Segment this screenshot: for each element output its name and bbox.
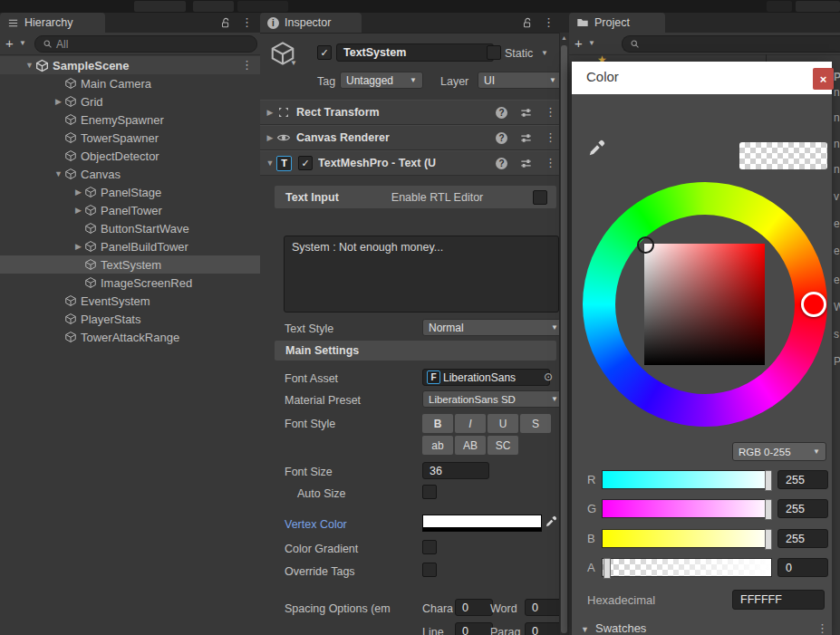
eyedropper-icon[interactable] xyxy=(587,138,607,158)
component-menu-icon[interactable]: ⋮ xyxy=(545,105,556,120)
hierarchy-search-input[interactable]: All xyxy=(34,35,257,53)
hierarchy-item-playerstats[interactable]: PlayerStats xyxy=(0,310,260,328)
expand-arrow-icon[interactable]: ▼ xyxy=(53,169,64,178)
toolbar-button-fragment[interactable] xyxy=(193,1,234,12)
toolbar-button-fragment[interactable] xyxy=(134,1,186,12)
component-rect-transform[interactable]: ▶ Rect Transform ? ⋮ xyxy=(260,100,569,125)
inspector-scrollbar[interactable]: ▲ xyxy=(559,33,569,635)
tag-dropdown[interactable]: Untagged▼ xyxy=(340,72,423,89)
object-picker-icon[interactable]: ⊙ xyxy=(544,370,553,383)
component-menu-icon[interactable]: ⋮ xyxy=(545,156,556,170)
alpha-slider[interactable] xyxy=(602,558,772,577)
red-value-field[interactable]: 255 xyxy=(777,470,828,489)
presets-icon[interactable] xyxy=(519,157,533,170)
hierarchy-item-paneltower[interactable]: ▶PanelTower xyxy=(0,201,260,219)
hue-selector[interactable] xyxy=(801,292,826,317)
color-gradient-checkbox[interactable] xyxy=(422,540,437,554)
hierarchy-item-panelbuildtower[interactable]: ▶PanelBuildTower xyxy=(0,237,260,255)
color-window-titlebar[interactable]: Color × xyxy=(572,62,832,94)
help-icon[interactable]: ? xyxy=(496,158,507,169)
slider-handle[interactable] xyxy=(765,499,772,520)
underline-button[interactable]: U xyxy=(488,414,518,433)
active-checkbox[interactable]: ✓ xyxy=(317,45,332,60)
panel-menu-icon[interactable]: ⋮ xyxy=(241,15,253,30)
vertex-color-swatch[interactable] xyxy=(422,515,542,532)
fold-arrow-icon[interactable]: ▶ xyxy=(264,133,276,142)
hierarchy-item-main-camera[interactable]: Main Camera xyxy=(0,74,260,92)
lowercase-button[interactable]: ab xyxy=(422,436,453,455)
hierarchy-item-grid[interactable]: ▶Grid xyxy=(0,92,260,111)
red-slider[interactable] xyxy=(602,470,772,489)
toolbar-button-fragment[interactable] xyxy=(767,1,792,12)
fold-arrow-icon[interactable]: ▼ xyxy=(264,159,276,168)
toolbar-button-fragment[interactable] xyxy=(237,1,288,12)
lock-icon[interactable] xyxy=(521,16,534,29)
panel-menu-icon[interactable]: ⋮ xyxy=(543,15,555,30)
slider-handle[interactable] xyxy=(765,529,772,550)
hierarchy-item-towerspawner[interactable]: TowerSpawner xyxy=(0,129,260,147)
bold-button[interactable]: B xyxy=(422,414,453,433)
gameobject-name-field[interactable]: TextSystem xyxy=(336,43,494,62)
expand-arrow-icon[interactable]: ▶ xyxy=(53,97,64,106)
scrollbar-thumb[interactable] xyxy=(561,45,567,633)
main-settings-bar[interactable]: Main Settings xyxy=(275,341,556,361)
word-spacing-field[interactable]: 0 xyxy=(525,599,563,616)
create-caret-icon[interactable]: ▼ xyxy=(19,39,26,47)
component-enabled-checkbox[interactable]: ✓ xyxy=(298,156,313,170)
paragraph-spacing-field[interactable]: 0 xyxy=(525,622,563,635)
eyedropper-icon[interactable] xyxy=(545,515,558,528)
scroll-up-icon[interactable]: ▲ xyxy=(561,34,567,41)
component-menu-icon[interactable]: ⋮ xyxy=(545,130,556,145)
text-input-section-bar[interactable]: Text Input Enable RTL Editor xyxy=(275,186,556,208)
fold-arrow-icon[interactable]: ▶ xyxy=(264,108,276,117)
character-spacing-field[interactable]: 0 xyxy=(455,599,493,616)
static-checkbox[interactable] xyxy=(487,45,501,60)
component-canvas-renderer[interactable]: ▶ Canvas Renderer ? ⋮ xyxy=(260,125,569,150)
material-preset-dropdown[interactable]: LiberationSans SD▼ xyxy=(422,390,565,408)
color-mode-dropdown[interactable]: RGB 0-255▼ xyxy=(732,442,826,461)
saturation-value-square[interactable] xyxy=(644,244,765,365)
hierarchy-item-eventsystem[interactable]: EventSystem xyxy=(0,292,260,310)
help-icon[interactable]: ? xyxy=(496,107,507,119)
font-asset-field[interactable]: F LiberationSans xyxy=(422,369,550,386)
swatches-fold-icon[interactable]: ▼ xyxy=(581,625,589,634)
close-button[interactable]: × xyxy=(813,68,834,90)
expand-arrow-icon[interactable]: ▶ xyxy=(72,206,84,215)
layer-dropdown[interactable]: UI▼ xyxy=(478,72,563,89)
alpha-value-field[interactable]: 0 xyxy=(777,558,828,577)
blue-value-field[interactable]: 255 xyxy=(777,529,828,548)
scene-menu-icon[interactable]: ⋮ xyxy=(241,58,253,72)
create-caret-icon[interactable]: ▼ xyxy=(588,39,595,47)
hierarchy-item-objectdetector[interactable]: ObjectDetector xyxy=(0,147,260,165)
lock-icon[interactable] xyxy=(219,16,232,29)
strikethrough-button[interactable]: S xyxy=(520,414,551,433)
create-button[interactable]: + xyxy=(574,35,583,51)
presets-icon[interactable] xyxy=(519,131,533,145)
expand-arrow-icon[interactable]: ▼ xyxy=(24,61,35,70)
font-size-field[interactable]: 36 xyxy=(422,462,489,479)
hierarchy-item-buttonstartwave[interactable]: ButtonStartWave xyxy=(0,219,260,237)
saturation-value-selector[interactable] xyxy=(637,236,654,254)
slider-handle[interactable] xyxy=(603,558,611,579)
auto-size-checkbox[interactable] xyxy=(422,485,437,499)
expand-arrow-icon[interactable]: ▶ xyxy=(72,242,84,251)
slider-handle[interactable] xyxy=(765,470,772,491)
expand-arrow-icon[interactable]: ▶ xyxy=(72,188,84,197)
italic-button[interactable]: I xyxy=(455,414,486,433)
gameobject-icon-caret[interactable]: ▼ xyxy=(290,59,297,67)
smallcaps-button[interactable]: SC xyxy=(488,436,518,455)
tab-inspector[interactable]: i Inspector xyxy=(260,13,362,33)
text-input-area[interactable]: System : Not enough money... xyxy=(284,236,559,313)
line-spacing-field[interactable]: 0 xyxy=(455,622,493,635)
hierarchy-item-towerattackrange[interactable]: TowerAttackRange xyxy=(0,328,260,346)
static-caret-icon[interactable]: ▼ xyxy=(541,49,548,57)
green-value-field[interactable]: 255 xyxy=(777,499,828,518)
blue-slider[interactable] xyxy=(602,529,772,548)
hierarchy-item-panelstage[interactable]: ▶PanelStage xyxy=(0,183,260,201)
hierarchy-item-canvas[interactable]: ▼Canvas xyxy=(0,165,260,183)
uppercase-button[interactable]: AB xyxy=(455,436,486,455)
hierarchy-item-textsystem[interactable]: TextSystem xyxy=(0,255,260,274)
tab-hierarchy[interactable]: Hierarchy xyxy=(0,13,105,33)
green-slider[interactable] xyxy=(602,499,772,518)
override-tags-checkbox[interactable] xyxy=(422,563,437,577)
